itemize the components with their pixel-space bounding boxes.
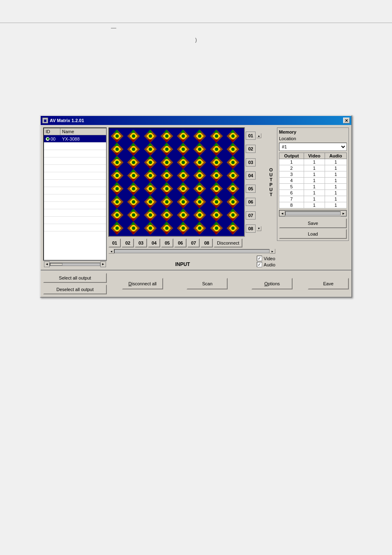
matrix-cell-r8-c1[interactable] xyxy=(111,222,123,234)
matrix-cell-r4-c6[interactable] xyxy=(194,169,206,182)
matrix-cell-r6-c2[interactable] xyxy=(127,196,140,208)
matrix-cell-r7-c5[interactable] xyxy=(177,209,189,221)
device-row-empty-6[interactable] xyxy=(44,180,106,187)
disconnect-button[interactable]: Disconnect xyxy=(214,238,242,247)
matrix-cell-r3-c1[interactable] xyxy=(111,156,123,169)
scroll-right-btn[interactable]: ► xyxy=(100,261,106,267)
input-num-4[interactable]: 04 xyxy=(148,238,160,247)
matrix-cell-r3-c8[interactable] xyxy=(227,156,239,169)
exit-button[interactable]: Eave xyxy=(308,278,349,289)
memory-scrollbar[interactable]: ◄ ► xyxy=(279,210,347,217)
matrix-cell-r2-c8[interactable] xyxy=(227,143,239,155)
input-scroll-right[interactable]: ► xyxy=(270,249,275,254)
matrix-cell-r6-c5[interactable] xyxy=(177,196,189,208)
matrix-cell-r2-c4[interactable] xyxy=(161,143,173,155)
video-checkbox[interactable] xyxy=(257,256,262,261)
input-num-7[interactable]: 07 xyxy=(187,238,200,247)
matrix-cell-r6-c6[interactable] xyxy=(194,196,206,208)
input-num-6[interactable]: 06 xyxy=(174,238,187,247)
matrix-cell-r6-c8[interactable] xyxy=(227,196,239,208)
matrix-cell-r6-c4[interactable] xyxy=(161,196,173,208)
matrix-cell-r1-c5[interactable] xyxy=(177,130,189,142)
select-all-output-button[interactable]: Select all output xyxy=(43,273,107,283)
matrix-cell-r1-c7[interactable] xyxy=(210,130,223,142)
deselect-all-output-button[interactable]: Deselect all output xyxy=(43,284,107,294)
matrix-cell-r2-c2[interactable] xyxy=(127,143,140,155)
matrix-cell-r8-c8[interactable] xyxy=(227,222,239,234)
input-num-8[interactable]: 08 xyxy=(201,238,213,247)
input-num-2[interactable]: 02 xyxy=(122,238,134,247)
matrix-cell-r3-c2[interactable] xyxy=(127,156,140,169)
matrix-cell-r8-c6[interactable] xyxy=(194,222,206,234)
matrix-cell-r4-c5[interactable] xyxy=(177,169,189,182)
matrix-cell-r3-c4[interactable] xyxy=(161,156,173,169)
device-row-empty-3[interactable] xyxy=(44,157,106,165)
matrix-cell-r7-c6[interactable] xyxy=(194,209,206,221)
scroll-left-btn[interactable]: ◄ xyxy=(44,261,50,267)
matrix-cell-r7-c7[interactable] xyxy=(210,209,223,221)
device-row-empty-12[interactable] xyxy=(44,224,106,231)
matrix-cell-r3-c5[interactable] xyxy=(177,156,189,169)
matrix-cell-r7-c2[interactable] xyxy=(127,209,140,221)
matrix-cell-r4-c4[interactable] xyxy=(161,169,173,182)
load-button[interactable]: Load xyxy=(279,229,347,239)
device-row-0[interactable]: 00 YX-3088 xyxy=(44,135,106,143)
matrix-cell-r1-c6[interactable] xyxy=(194,130,206,142)
input-num-5[interactable]: 05 xyxy=(161,238,173,247)
device-row-empty-5[interactable] xyxy=(44,172,106,180)
matrix-cell-r4-c3[interactable] xyxy=(144,169,157,182)
matrix-cell-r7-c3[interactable] xyxy=(144,209,157,221)
save-button[interactable]: Save xyxy=(279,218,347,228)
matrix-cell-r8-c4[interactable] xyxy=(161,222,173,234)
matrix-cell-r1-c4[interactable] xyxy=(161,130,173,142)
matrix-cell-r6-c1[interactable] xyxy=(111,196,123,208)
matrix-cell-r3-c6[interactable] xyxy=(194,156,206,169)
matrix-cell-r5-c5[interactable] xyxy=(177,183,189,195)
matrix-cell-r2-c5[interactable] xyxy=(177,143,189,155)
matrix-cell-r4-c1[interactable] xyxy=(111,169,123,182)
close-button[interactable]: ✕ xyxy=(343,118,350,123)
matrix-cell-r2-c1[interactable] xyxy=(111,143,123,155)
matrix-cell-r2-c7[interactable] xyxy=(210,143,223,155)
matrix-cell-r8-c2[interactable] xyxy=(127,222,140,234)
matrix-cell-r1-c3[interactable] xyxy=(144,130,157,142)
matrix-cell-r8-c3[interactable] xyxy=(144,222,157,234)
matrix-cell-r5-c1[interactable] xyxy=(111,183,123,195)
matrix-cell-r5-c4[interactable] xyxy=(161,183,173,195)
device-row-empty-10[interactable] xyxy=(44,209,106,217)
device-row-empty-2[interactable] xyxy=(44,150,106,157)
matrix-cell-r5-c7[interactable] xyxy=(210,183,223,195)
scroll-down-btn[interactable]: ▼ xyxy=(256,226,261,231)
options-button[interactable]: Options xyxy=(251,278,293,289)
location-dropdown[interactable]: #1 xyxy=(279,143,347,151)
audio-checkbox[interactable] xyxy=(257,262,262,267)
matrix-cell-r5-c6[interactable] xyxy=(194,183,206,195)
matrix-cell-r1-c1[interactable] xyxy=(111,130,123,142)
memory-scroll-left[interactable]: ◄ xyxy=(279,210,285,216)
matrix-cell-r1-c8[interactable] xyxy=(227,130,239,142)
matrix-cell-r5-c8[interactable] xyxy=(227,183,239,195)
input-num-3[interactable]: 03 xyxy=(135,238,147,247)
scroll-up-btn[interactable]: ▲ xyxy=(256,133,261,138)
input-num-1[interactable]: 01 xyxy=(108,238,121,247)
matrix-cell-r4-c8[interactable] xyxy=(227,169,239,182)
matrix-cell-r1-c2[interactable] xyxy=(127,130,140,142)
device-row-empty-9[interactable] xyxy=(44,202,106,209)
matrix-cell-r3-c7[interactable] xyxy=(210,156,223,169)
matrix-cell-r4-c7[interactable] xyxy=(210,169,223,182)
matrix-cell-r7-c1[interactable] xyxy=(111,209,123,221)
matrix-cell-r3-c3[interactable] xyxy=(144,156,157,169)
device-row-empty-1[interactable] xyxy=(44,143,106,150)
device-scrollbar[interactable]: ◄ ► xyxy=(43,261,107,267)
disconnect-all-button[interactable]: Disconnect all xyxy=(122,278,163,289)
memory-scroll-right[interactable]: ► xyxy=(341,210,346,216)
device-row-empty-4[interactable] xyxy=(44,165,106,172)
matrix-cell-r6-c7[interactable] xyxy=(210,196,223,208)
matrix-cell-r5-c3[interactable] xyxy=(144,183,157,195)
matrix-cell-r8-c5[interactable] xyxy=(177,222,189,234)
matrix-cell-r7-c8[interactable] xyxy=(227,209,239,221)
matrix-cell-r2-c3[interactable] xyxy=(144,143,157,155)
scan-button[interactable]: Scan xyxy=(187,278,228,289)
matrix-cell-r2-c6[interactable] xyxy=(194,143,206,155)
matrix-cell-r7-c4[interactable] xyxy=(161,209,173,221)
